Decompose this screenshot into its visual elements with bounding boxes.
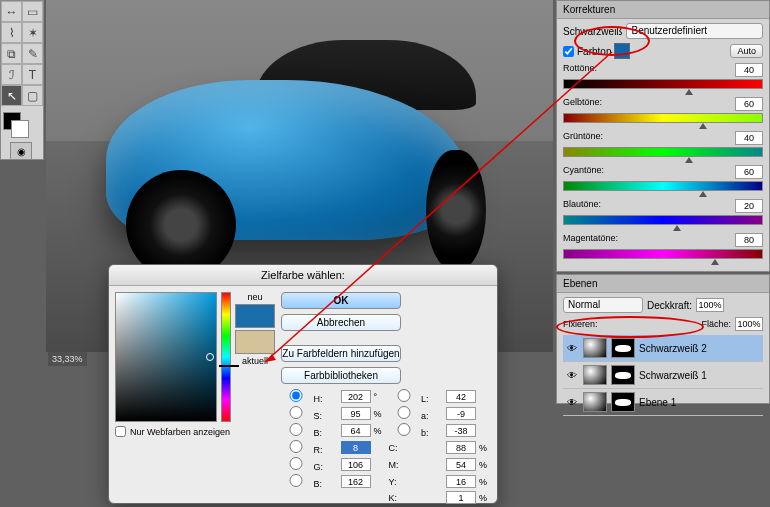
camera-icon[interactable]: ◉ (10, 142, 32, 160)
slider-value-input[interactable] (735, 233, 763, 247)
color-swatches[interactable] (1, 110, 43, 140)
opacity-input[interactable] (696, 298, 724, 312)
farbton-label: Farbton (577, 46, 611, 57)
slider-value-input[interactable] (735, 199, 763, 213)
r-input[interactable] (341, 441, 371, 454)
color-slider[interactable] (563, 113, 763, 123)
slider-value-input[interactable] (735, 97, 763, 111)
y-input[interactable] (446, 475, 476, 488)
add-swatch-button[interactable]: Zu Farbfeldern hinzufügen (281, 345, 401, 362)
bb-radio[interactable] (281, 474, 311, 487)
color-slider[interactable] (563, 181, 763, 191)
slider-label: Blautöne: (563, 199, 601, 213)
visibility-icon[interactable]: 👁 (565, 343, 579, 354)
color-slider[interactable] (563, 249, 763, 259)
layers-panel[interactable]: Ebenen Normal Deckkraft: Fixieren: Fläch… (556, 274, 770, 404)
new-color-preview (235, 304, 275, 328)
color-slider[interactable] (563, 147, 763, 157)
c-input[interactable] (446, 441, 476, 454)
layer-name[interactable]: Schwarzweiß 2 (639, 343, 707, 354)
layer-row[interactable]: 👁Schwarzweiß 1 (563, 362, 763, 389)
slider-label: Magentatöne: (563, 233, 618, 247)
background-swatch[interactable] (11, 120, 29, 138)
bb-input[interactable] (341, 475, 371, 488)
m-input[interactable] (446, 458, 476, 471)
bv-radio[interactable] (281, 423, 311, 436)
mask-thumb (611, 338, 635, 358)
layer-thumb (583, 365, 607, 385)
slider-label: Gelbtöne: (563, 97, 602, 111)
marquee-tool[interactable]: ▭ (22, 1, 43, 22)
a-radio[interactable] (389, 406, 419, 419)
brush-tool[interactable]: ℐ (1, 64, 22, 85)
sv-picker[interactable] (115, 292, 217, 422)
s-radio[interactable] (281, 406, 311, 419)
layer-thumb (583, 392, 607, 412)
webcolors-label: Nur Webfarben anzeigen (130, 427, 230, 437)
color-values-grid: H:° L: S:% a: B:% b: R: C:% G: M:% B: Y:… (281, 389, 491, 504)
color-libs-button[interactable]: Farbbibliotheken (281, 367, 401, 384)
blend-mode-select[interactable]: Normal (563, 297, 643, 313)
webcolors-checkbox[interactable] (115, 426, 126, 437)
layer-thumb (583, 338, 607, 358)
layer-name[interactable]: Ebene 1 (639, 397, 676, 408)
type-tool[interactable]: T (22, 64, 43, 85)
mask-thumb (611, 392, 635, 412)
tools-palette[interactable]: ↔▭ ⌇✶ ⧉✎ ℐT ↖▢ (0, 0, 44, 160)
dialog-title: Zielfarbe wählen: (109, 265, 497, 286)
ok-button[interactable]: OK (281, 292, 401, 309)
b-radio[interactable] (389, 423, 419, 436)
layer-row[interactable]: 👁Ebene 1 (563, 389, 763, 416)
l-input[interactable] (446, 390, 476, 403)
cancel-button[interactable]: Abbrechen (281, 314, 401, 331)
fill-label: Fläche: (701, 319, 731, 329)
eyedropper-tool[interactable]: ✎ (22, 43, 43, 64)
layer-name[interactable]: Schwarzweiß 1 (639, 370, 707, 381)
bw-label: Schwarzweiß (563, 26, 622, 37)
front-wheel (426, 150, 486, 270)
slider-label: Rottöne: (563, 63, 597, 77)
hue-slider[interactable] (221, 292, 231, 422)
move-tool[interactable]: ↔ (1, 1, 22, 22)
shape-tool[interactable]: ▢ (22, 85, 43, 106)
slider-value-input[interactable] (735, 131, 763, 145)
slider-value-input[interactable] (735, 63, 763, 77)
opacity-label: Deckkraft: (647, 300, 692, 311)
s-input[interactable] (341, 407, 371, 420)
lasso-tool[interactable]: ⌇ (1, 22, 22, 43)
farbton-swatch[interactable] (614, 43, 630, 59)
adjustments-panel[interactable]: Korrekturen Schwarzweiß Benutzerdefinier… (556, 0, 770, 272)
color-picker-dialog[interactable]: Zielfarbe wählen: neu aktuell Nur Webfar… (108, 264, 498, 504)
g-input[interactable] (341, 458, 371, 471)
lock-label: Fixieren: (563, 319, 598, 329)
farbton-checkbox[interactable] (563, 46, 574, 57)
l-radio[interactable] (389, 389, 419, 402)
bv-input[interactable] (341, 424, 371, 437)
adjustments-tab[interactable]: Korrekturen (557, 1, 769, 19)
auto-button[interactable]: Auto (730, 44, 763, 58)
current-color-preview[interactable] (235, 330, 275, 354)
h-radio[interactable] (281, 389, 311, 402)
g-radio[interactable] (281, 457, 311, 470)
b-input[interactable] (446, 424, 476, 437)
color-slider[interactable] (563, 79, 763, 89)
visibility-icon[interactable]: 👁 (565, 397, 579, 408)
a-input[interactable] (446, 407, 476, 420)
h-input[interactable] (341, 390, 371, 403)
preset-select[interactable]: Benutzerdefiniert (626, 23, 763, 39)
fill-input[interactable] (735, 317, 763, 331)
slider-value-input[interactable] (735, 165, 763, 179)
visibility-icon[interactable]: 👁 (565, 370, 579, 381)
k-input[interactable] (446, 491, 476, 504)
wand-tool[interactable]: ✶ (22, 22, 43, 43)
path-tool[interactable]: ↖ (1, 85, 22, 106)
layer-row[interactable]: 👁Schwarzweiß 2 (563, 335, 763, 362)
slider-label: Grüntöne: (563, 131, 603, 145)
crop-tool[interactable]: ⧉ (1, 43, 22, 64)
new-label: neu (247, 292, 262, 302)
slider-label: Cyantöne: (563, 165, 604, 179)
color-slider[interactable] (563, 215, 763, 225)
layers-tab[interactable]: Ebenen (557, 275, 769, 293)
r-radio[interactable] (281, 440, 311, 453)
mask-thumb (611, 365, 635, 385)
